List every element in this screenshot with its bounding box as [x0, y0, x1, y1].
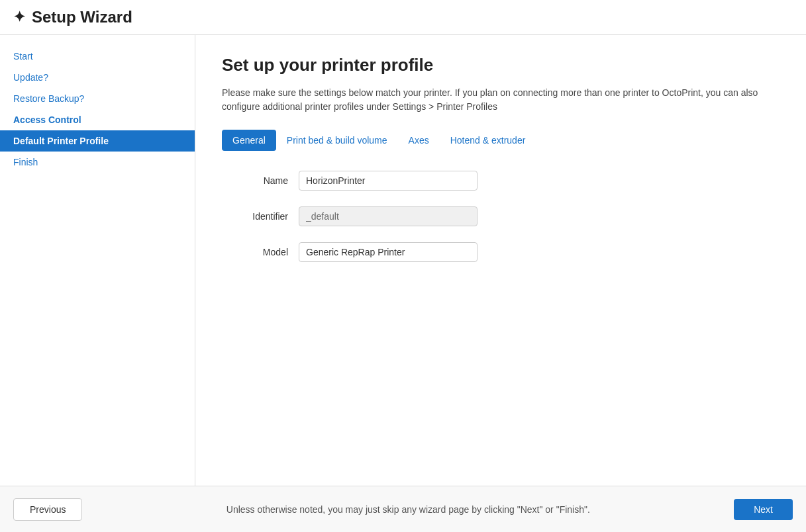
identifier-input[interactable] [299, 206, 478, 226]
model-input[interactable] [299, 242, 478, 262]
app-title-text: Setup Wizard [32, 8, 132, 26]
main-layout: Start Update? Restore Backup? Access Con… [0, 35, 806, 486]
sidebar-item-update[interactable]: Update? [0, 67, 195, 88]
name-field-group: Name [222, 171, 619, 191]
footer: Previous Unless otherwise noted, you may… [0, 486, 806, 532]
sidebar-item-default-printer-profile[interactable]: Default Printer Profile [0, 130, 195, 152]
sidebar-item-access-control[interactable]: Access Control [0, 109, 195, 130]
app-title: ✦ Setup Wizard [13, 8, 132, 26]
identifier-field-group: Identifier [222, 206, 619, 226]
sidebar-item-finish[interactable]: Finish [0, 152, 195, 173]
wizard-icon: ✦ [13, 9, 25, 26]
page-description: Please make sure the settings below matc… [222, 86, 765, 114]
content-area: Set up your printer profile Please make … [195, 35, 806, 486]
tab-bar: General Print bed & build volume Axes Ho… [222, 130, 780, 151]
model-field-group: Model [222, 242, 619, 262]
sidebar: Start Update? Restore Backup? Access Con… [0, 35, 195, 486]
sidebar-item-restore[interactable]: Restore Backup? [0, 88, 195, 109]
tab-axes[interactable]: Axes [398, 130, 440, 151]
footer-note: Unless otherwise noted, you may just ski… [82, 504, 734, 515]
sidebar-item-start[interactable]: Start [0, 46, 195, 67]
page-title: Set up your printer profile [222, 55, 780, 75]
header: ✦ Setup Wizard [0, 0, 806, 35]
name-input[interactable] [299, 171, 478, 191]
previous-button[interactable]: Previous [13, 498, 82, 521]
name-label: Name [222, 175, 288, 186]
next-button[interactable]: Next [734, 499, 793, 520]
identifier-label: Identifier [222, 211, 288, 222]
model-label: Model [222, 247, 288, 257]
tab-hotend[interactable]: Hotend & extruder [440, 130, 536, 151]
tab-print-bed[interactable]: Print bed & build volume [276, 130, 398, 151]
tab-general[interactable]: General [222, 130, 276, 151]
